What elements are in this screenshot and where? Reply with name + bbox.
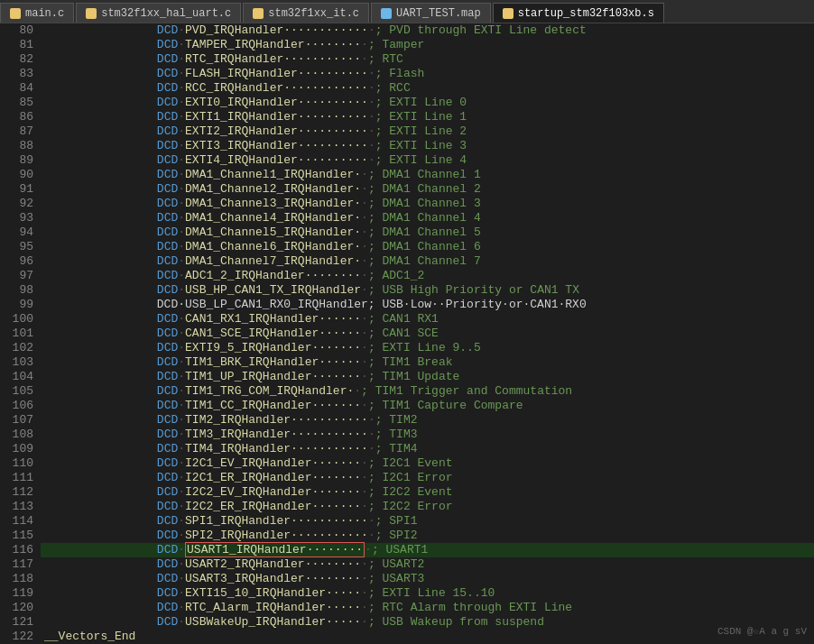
line-number: 90 bbox=[0, 168, 41, 182]
table-row: 105 DCD·TIM1_TRG_COM_IRQHandler··; TIM1 … bbox=[0, 384, 814, 399]
table-row: 94 DCD·DMA1_Channel5_IRQHandler··; DMA1 … bbox=[0, 225, 814, 240]
line-number: 119 bbox=[0, 586, 41, 601]
line-number: 108 bbox=[0, 428, 41, 442]
table-row: 86 DCD·EXTI1_IRQHandler···········; EXTI… bbox=[0, 110, 814, 124]
line-content: DCD·DMA1_Channel7_IRQHandler··; DMA1 Cha… bbox=[41, 254, 814, 269]
table-row: 109 DCD·TIM4_IRQHandler············; TIM… bbox=[0, 442, 814, 456]
table-row: 99 DCD·USB_LP_CAN1_RX0_IRQHandler; USB·L… bbox=[0, 298, 814, 312]
table-row: 121 DCD·USBWakeUp_IRQHandler······; USB … bbox=[0, 615, 814, 630]
line-number: 95 bbox=[0, 240, 41, 254]
line-content: DCD·EXTI9_5_IRQHandler········; EXTI Lin… bbox=[41, 341, 814, 355]
table-row: 108 DCD·TIM3_IRQHandler············; TIM… bbox=[0, 428, 814, 442]
table-row: 84 DCD·RCC_IRQHandler·············; RCC bbox=[0, 81, 814, 96]
line-content: DCD·ADC1_2_IRQHandler·········; ADC1_2 bbox=[41, 269, 814, 283]
line-content: DCD·TAMPER_IRQHandler·········; Tamper bbox=[41, 38, 814, 52]
table-row: 91 DCD·DMA1_Channel2_IRQHandler··; DMA1 … bbox=[0, 182, 814, 197]
line-number: 104 bbox=[0, 370, 41, 384]
table-row: 80 DCD·PVD_IRQHandler·············; PVD … bbox=[0, 23, 814, 38]
line-number: 107 bbox=[0, 413, 41, 428]
table-row: 111 DCD·I2C1_ER_IRQHandler········; I2C1… bbox=[0, 471, 814, 485]
line-content: DCD·TIM4_IRQHandler············; TIM4 bbox=[41, 442, 814, 456]
table-row: 117 DCD·USART2_IRQHandler·········; USAR… bbox=[0, 557, 814, 572]
table-row: 110 DCD·I2C1_EV_IRQHandler········; I2C1… bbox=[0, 456, 814, 471]
tab-map[interactable]: UART_TEST.map bbox=[371, 3, 491, 23]
line-content: DCD·TIM1_UP_IRQHandler········; TIM1 Upd… bbox=[41, 370, 814, 384]
line-number: 120 bbox=[0, 601, 41, 615]
line-content: DCD·DMA1_Channel4_IRQHandler··; DMA1 Cha… bbox=[41, 211, 814, 225]
line-content: DCD·DMA1_Channel1_IRQHandler··; DMA1 Cha… bbox=[41, 168, 814, 182]
table-row: 116 DCD·USART1_IRQHandler·········; USAR… bbox=[0, 543, 814, 557]
line-content: DCD·DMA1_Channel3_IRQHandler··; DMA1 Cha… bbox=[41, 197, 814, 211]
line-content: DCD·USART3_IRQHandler·········; USART3 bbox=[41, 572, 814, 586]
line-content: DCD·I2C1_EV_IRQHandler········; I2C1 Eve… bbox=[41, 456, 814, 471]
line-number: 84 bbox=[0, 81, 41, 96]
line-number: 103 bbox=[0, 355, 41, 370]
table-row: 82 DCD·RTC_IRQHandler············; RTC bbox=[0, 52, 814, 67]
table-row: 120 DCD·RTC_Alarm_IRQHandler······; RTC … bbox=[0, 601, 814, 615]
table-row: 114 DCD·SPI1_IRQHandler············; SPI… bbox=[0, 514, 814, 529]
tab-it-c-label: stm32f1xx_it.c bbox=[268, 7, 359, 20]
table-row: 89 DCD·EXTI4_IRQHandler···········; EXTI… bbox=[0, 153, 814, 168]
table-row: 119 DCD·EXTI15_10_IRQHandler······; EXTI… bbox=[0, 586, 814, 601]
line-number: 115 bbox=[0, 529, 41, 543]
line-content: DCD·DMA1_Channel6_IRQHandler··; DMA1 Cha… bbox=[41, 240, 814, 254]
line-number: 83 bbox=[0, 67, 41, 81]
line-content: DCD·USB_HP_CAN1_TX_IRQHandler·; USB High… bbox=[41, 283, 814, 298]
line-number: 93 bbox=[0, 211, 41, 225]
tab-main-c[interactable]: main.c bbox=[0, 3, 74, 23]
line-content: DCD·SPI1_IRQHandler············; SPI1 bbox=[41, 514, 814, 529]
table-row: 88 DCD·EXTI3_IRQHandler···········; EXTI… bbox=[0, 139, 814, 153]
line-content: DCD·TIM1_CC_IRQHandler········; TIM1 Cap… bbox=[41, 399, 814, 413]
line-content: DCD·I2C2_ER_IRQHandler········; I2C2 Err… bbox=[41, 500, 814, 514]
line-content: DCD·USART2_IRQHandler·········; USART2 bbox=[41, 557, 814, 572]
line-number: 101 bbox=[0, 327, 41, 341]
line-number: 105 bbox=[0, 384, 41, 399]
table-row: 85 DCD·EXTI0_IRQHandler···········; EXTI… bbox=[0, 96, 814, 110]
line-number: 80 bbox=[0, 23, 41, 38]
tab-startup[interactable]: startup_stm32f103xb.s bbox=[493, 3, 664, 23]
table-row: 87 DCD·EXTI2_IRQHandler···········; EXTI… bbox=[0, 124, 814, 139]
line-number: 99 bbox=[0, 298, 41, 312]
table-row: 113 DCD·I2C2_ER_IRQHandler········; I2C2… bbox=[0, 500, 814, 514]
tab-hal-c[interactable]: stm32f1xx_hal_uart.c bbox=[76, 3, 241, 23]
line-content: DCD·RCC_IRQHandler·············; RCC bbox=[41, 81, 814, 96]
line-number: 82 bbox=[0, 52, 41, 67]
tab-it-c[interactable]: stm32f1xx_it.c bbox=[243, 3, 369, 23]
tab-startup-label: startup_stm32f103xb.s bbox=[518, 7, 654, 20]
table-row: 102 DCD·EXTI9_5_IRQHandler········; EXTI… bbox=[0, 341, 814, 355]
line-content: DCD·EXTI1_IRQHandler···········; EXTI Li… bbox=[41, 110, 814, 124]
table-row: 93 DCD·DMA1_Channel4_IRQHandler··; DMA1 … bbox=[0, 211, 814, 225]
table-row: 95 DCD·DMA1_Channel6_IRQHandler··; DMA1 … bbox=[0, 240, 814, 254]
table-row: 106 DCD·TIM1_CC_IRQHandler········; TIM1… bbox=[0, 399, 814, 413]
line-content: DCD·SPI2_IRQHandler············; SPI2 bbox=[41, 529, 814, 543]
line-content: DCD·DMA1_Channel5_IRQHandler··; DMA1 Cha… bbox=[41, 225, 814, 240]
line-content: DCD·RTC_Alarm_IRQHandler······; RTC Alar… bbox=[41, 601, 814, 615]
line-content: DCD·EXTI0_IRQHandler···········; EXTI Li… bbox=[41, 96, 814, 110]
line-content: DCD·TIM1_BRK_IRQHandler·······; TIM1 Bre… bbox=[41, 355, 814, 370]
line-number: 102 bbox=[0, 341, 41, 355]
watermark: CSDN @☆A a g sV bbox=[717, 625, 807, 637]
line-content: DCD·PVD_IRQHandler·············; PVD thr… bbox=[41, 23, 814, 38]
code-area[interactable]: 80 DCD·PVD_IRQHandler·············; PVD … bbox=[0, 23, 814, 644]
line-content: DCD·FLASH_IRQHandler···········; Flash bbox=[41, 67, 814, 81]
line-number: 111 bbox=[0, 471, 41, 485]
line-number: 88 bbox=[0, 139, 41, 153]
line-content: DCD·I2C2_EV_IRQHandler········; I2C2 Eve… bbox=[41, 485, 814, 500]
line-content: DCD·I2C1_ER_IRQHandler········; I2C1 Err… bbox=[41, 471, 814, 485]
tab-bar: main.c stm32f1xx_hal_uart.c stm32f1xx_it… bbox=[0, 0, 814, 23]
line-content: DCD·EXTI2_IRQHandler···········; EXTI Li… bbox=[41, 124, 814, 139]
table-row: 100 DCD·CAN1_RX1_IRQHandler·······; CAN1… bbox=[0, 312, 814, 327]
line-content: __Vectors_End bbox=[41, 630, 814, 644]
line-number: 89 bbox=[0, 153, 41, 168]
table-row: 112 DCD·I2C2_EV_IRQHandler········; I2C2… bbox=[0, 485, 814, 500]
line-number: 117 bbox=[0, 557, 41, 572]
line-content: DCD·USBWakeUp_IRQHandler······; USB Wake… bbox=[41, 615, 814, 630]
line-content: DCD·EXTI4_IRQHandler···········; EXTI Li… bbox=[41, 153, 814, 168]
table-row: 107 DCD·TIM2_IRQHandler············; TIM… bbox=[0, 413, 814, 428]
line-number: 92 bbox=[0, 197, 41, 211]
table-row: 104 DCD·TIM1_UP_IRQHandler········; TIM1… bbox=[0, 370, 814, 384]
line-number: 113 bbox=[0, 500, 41, 514]
line-number: 91 bbox=[0, 182, 41, 197]
tab-hal-c-label: stm32f1xx_hal_uart.c bbox=[101, 7, 231, 20]
line-number: 98 bbox=[0, 283, 41, 298]
